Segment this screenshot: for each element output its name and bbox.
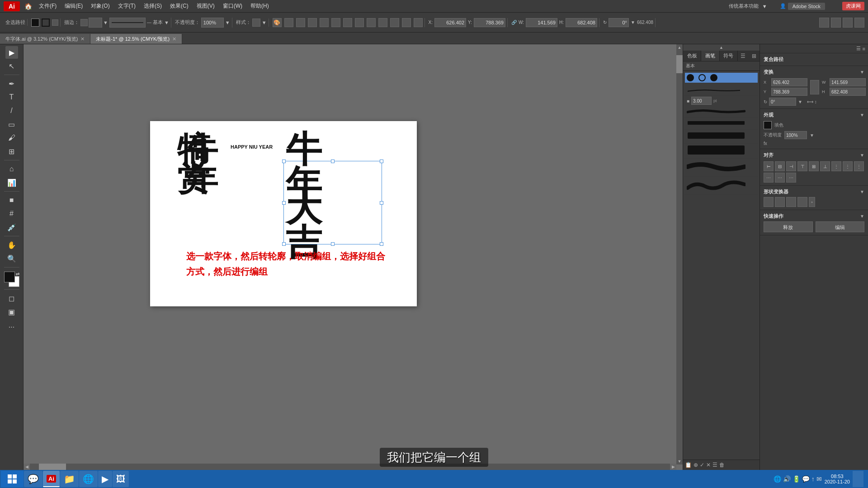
brush-footer-icon3[interactable]: ✓ — [700, 462, 704, 468]
canvas-scrollbar-v[interactable]: ▲ ▼ — [676, 44, 683, 465]
align-icon3[interactable] — [308, 18, 317, 27]
prop-icon-properties[interactable]: ☰ — [856, 46, 861, 52]
brush-footer-icon5[interactable]: ☰ — [712, 462, 717, 468]
opacity-dropdown[interactable]: ▼ — [225, 20, 230, 25]
stroke-input[interactable] — [89, 18, 102, 28]
rotate-input[interactable]: 0° — [609, 18, 629, 27]
handle-tl[interactable] — [282, 160, 286, 163]
distribute-btn-4[interactable]: ⋯ — [764, 173, 774, 183]
menu-file[interactable]: 文件(F) — [35, 1, 60, 11]
tray-icon-msg[interactable]: 💬 — [802, 475, 810, 483]
handle-br[interactable] — [380, 242, 383, 246]
tool-more[interactable]: ··· — [5, 321, 18, 333]
shape-icon-3[interactable] — [786, 197, 796, 207]
prop-opacity-input[interactable]: 100% — [784, 131, 807, 139]
align-btn-right[interactable]: ⊣ — [786, 161, 796, 171]
quick-action-release[interactable]: 释放 — [764, 221, 813, 232]
prop-shape-header[interactable]: 形状变换器 ▼ — [764, 188, 864, 195]
workspace-dropdown-icon[interactable]: ▼ — [762, 4, 767, 9]
quick-action-edit[interactable]: 编辑 — [816, 221, 865, 232]
stroke-swatch[interactable] — [80, 19, 88, 26]
prop-x-input[interactable]: 626.402 — [771, 78, 807, 86]
align-icon10[interactable] — [390, 18, 399, 27]
menu-edit[interactable]: 编辑(E) — [61, 1, 86, 11]
menu-effect[interactable]: 效果(C) — [166, 1, 192, 11]
prop-y-input[interactable]: 788.369 — [771, 88, 807, 96]
brush-panel-menu-icon[interactable]: ☰ — [738, 51, 749, 61]
tool-scale[interactable]: ⊞ — [5, 145, 18, 158]
tool-screen-mode[interactable]: ▣ — [5, 305, 18, 318]
prop-opacity-dropdown[interactable]: ▼ — [810, 133, 814, 138]
align-icon7[interactable] — [355, 18, 364, 27]
brush-footer-icon1[interactable]: 📋 — [685, 462, 692, 468]
taskbar-app5[interactable]: 🖼 — [113, 471, 129, 487]
toolbar-icon-layers[interactable] — [819, 18, 829, 28]
tool-eyedropper[interactable]: 💉 — [5, 221, 18, 234]
menu-text[interactable]: 文字(T) — [114, 1, 139, 11]
align-btn-top[interactable]: ⊤ — [797, 161, 807, 171]
tool-paint[interactable]: 🖌 — [5, 131, 18, 144]
brush-stroke-7[interactable] — [685, 177, 758, 195]
prop-appearance-header[interactable]: 外观 ▼ — [764, 112, 864, 118]
align-icon8[interactable] — [367, 18, 376, 27]
brush-stroke-3[interactable] — [685, 118, 758, 130]
style-dropdown[interactable]: ▼ — [262, 20, 267, 25]
tool-pen[interactable]: ✒ — [5, 77, 18, 90]
align-btn-center-h[interactable]: ⊟ — [775, 161, 785, 171]
align-icon9[interactable] — [378, 18, 387, 27]
show-desktop-btn[interactable] — [853, 471, 863, 487]
align-icon4[interactable] — [320, 18, 329, 27]
distribute-btn-1[interactable]: ⋮ — [831, 161, 841, 171]
h-input[interactable]: 682.408 — [566, 18, 597, 27]
taskbar-illustrator[interactable]: Ai — [43, 471, 60, 487]
tool-color-front[interactable] — [4, 272, 15, 282]
taskbar-ie[interactable]: 🌐 — [79, 471, 98, 487]
tab-niuzi[interactable]: 牛字体.ai @ 3.12% (CMYK/预览) ✕ — [0, 34, 90, 44]
menu-view[interactable]: 视图(V) — [193, 1, 218, 11]
handle-bl[interactable] — [282, 242, 286, 246]
more-coords-icon[interactable]: ▼ — [631, 20, 635, 25]
prop-align-header[interactable]: 对齐 ▼ — [764, 152, 864, 159]
brush-size-input[interactable]: 3.00 — [691, 97, 712, 105]
tool-type[interactable]: T — [5, 91, 18, 103]
canvas-scroll-up[interactable]: ▲ — [676, 44, 683, 51]
handle-tr[interactable] — [380, 160, 383, 163]
brush-tab-symbols[interactable]: 符号 — [720, 51, 738, 61]
tab-untitled-close[interactable]: ✕ — [172, 36, 176, 42]
brush-tab-swatches[interactable]: 色板 — [683, 51, 701, 61]
handle-tm[interactable] — [331, 160, 335, 163]
toolbar-icon-panel[interactable] — [843, 18, 853, 28]
shape-expand[interactable]: » — [809, 197, 815, 207]
distribute-btn-5[interactable]: ⋯ — [775, 173, 785, 183]
menu-select[interactable]: 选择(S) — [140, 1, 165, 11]
canvas-scroll-right[interactable]: ▶ — [670, 464, 676, 470]
shape-icon-4[interactable] — [797, 197, 807, 207]
align-btn-center-v[interactable]: ⊞ — [809, 161, 819, 171]
align-icon5[interactable] — [331, 18, 340, 27]
brush-stroke-2[interactable] — [685, 106, 758, 118]
link-icon[interactable]: 🔗 — [511, 20, 517, 25]
w-input[interactable]: 141.569 — [526, 18, 557, 27]
menu-object[interactable]: 对象(O) — [87, 1, 113, 11]
distribute-btn-6[interactable]: ⋯ — [786, 173, 796, 183]
brush-panel-top-arrow[interactable]: ▲ — [683, 44, 760, 51]
tool-mesh[interactable]: # — [5, 207, 18, 220]
tool-color-swap[interactable]: ⇄ — [16, 272, 19, 277]
style-icon[interactable] — [252, 19, 260, 27]
tool-zoom[interactable]: 🔍 — [5, 252, 18, 265]
menu-help[interactable]: 帮助(H) — [247, 1, 273, 11]
brush-panel-expand-icon[interactable]: ⊞ — [749, 51, 760, 61]
tray-icon-speaker[interactable]: 🔊 — [783, 475, 791, 483]
brush-stroke-1[interactable] — [685, 86, 758, 95]
prop-icon-settings[interactable]: ≡ — [863, 46, 865, 52]
brush-footer-icon6[interactable]: 🗑 — [719, 462, 725, 468]
align-btn-bottom[interactable]: ⊥ — [820, 161, 830, 171]
tool-hand[interactable]: ✋ — [5, 239, 18, 251]
brush-stroke-4[interactable] — [685, 130, 758, 143]
canvas-scroll-left[interactable]: ◀ — [24, 464, 30, 470]
recolor-icon[interactable]: 🎨 — [273, 18, 282, 27]
tutorial-badge[interactable]: 虎课网 — [842, 2, 864, 10]
taskbar-explorer[interactable]: 📁 — [60, 471, 79, 487]
canvas-scrollbar-h[interactable]: ◀ ▶ — [24, 464, 676, 470]
shape-icon-1[interactable] — [764, 197, 774, 207]
